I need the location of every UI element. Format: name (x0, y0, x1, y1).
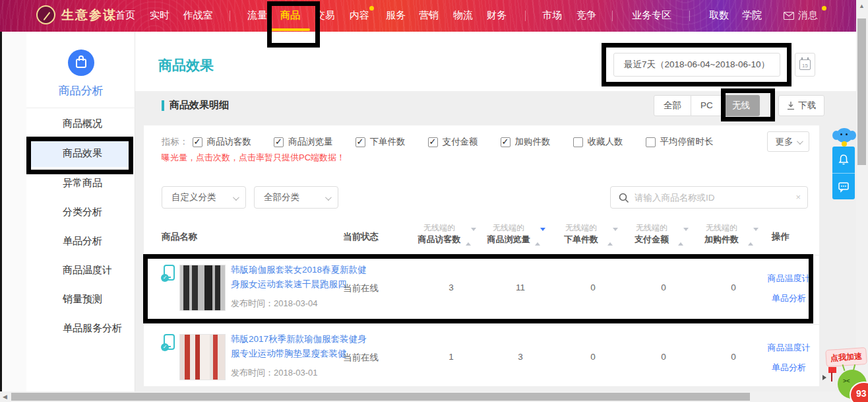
column-label: 商品浏览量 (477, 234, 540, 246)
sort-arrows-icon[interactable] (748, 231, 759, 243)
cart-value: 0 (702, 283, 765, 292)
column-label: 商品访客数 (408, 234, 471, 246)
checkbox-checked-icon[interactable] (193, 137, 202, 147)
cart-value: 0 (702, 352, 765, 362)
messages-label: 消息 (798, 9, 818, 22)
nav-item-content[interactable]: 内容 (350, 9, 369, 22)
tab-pc[interactable]: PC (691, 95, 723, 116)
sidebar-item-product-thermometer[interactable]: 商品温度计 (26, 256, 133, 284)
sidebar-item-product-overview[interactable]: 商品概况 (26, 110, 133, 137)
publish-date: 发布时间：2018-03-01 (231, 367, 318, 379)
column-prefix: 无线端的 (408, 222, 471, 234)
collapse-arrow-icon[interactable] (822, 375, 826, 380)
date-range-selector[interactable]: 最近7天（2018-06-04~2018-06-10） (613, 53, 780, 77)
indicator-option-visitors[interactable]: 商品访客数 (193, 136, 252, 148)
sidebar-group-title: 商品分析 (26, 83, 135, 98)
action-thermometer-link[interactable]: 商品温度计 (757, 342, 821, 354)
nav-item-marketing[interactable]: 营销 (419, 9, 439, 22)
publish-date: 发布时间：2018-03-04 (231, 298, 318, 310)
more-button[interactable]: 更多 (767, 131, 809, 152)
brand[interactable]: 生意参谋 (36, 5, 117, 24)
nav-item-academy[interactable]: 学院 (742, 9, 762, 22)
horizontal-scrollbar[interactable]: ◀ (0, 391, 856, 402)
sort-arrows-icon[interactable] (466, 231, 476, 243)
column-prefix: 无线端的 (477, 222, 540, 234)
all-category-select[interactable]: 全部分类 (254, 186, 338, 209)
views-value: 11 (489, 283, 552, 292)
checkbox-checked-icon[interactable] (428, 137, 438, 147)
payment-value: 0 (632, 283, 695, 292)
horizontal-scroll-thumb[interactable] (11, 393, 750, 401)
checkbox-checked-icon[interactable] (274, 137, 284, 147)
search-icon (619, 193, 629, 203)
search-input[interactable] (635, 187, 786, 207)
checkbox-unchecked-icon[interactable] (573, 137, 583, 147)
sidebar-item-single-product-analysis[interactable]: 单品分析 (26, 227, 133, 255)
sidebar-item-category-analysis[interactable]: 分类分析 (26, 198, 133, 226)
sidebar-item-product-effect[interactable]: 商品效果 (26, 139, 133, 167)
sort-arrows-icon[interactable] (678, 231, 689, 243)
sidebar-item-sales-forecast[interactable]: 销量预测 (26, 285, 133, 313)
download-button[interactable]: 下载 (778, 95, 824, 116)
column-header-cart[interactable]: 无线端的 加购件数 (690, 222, 753, 246)
product-image[interactable] (179, 334, 226, 380)
indicator-option-favorites[interactable]: 收藏人数 (573, 136, 623, 148)
clear-search-icon[interactable]: × (795, 192, 801, 202)
nav-item-messages[interactable]: 消息 (784, 9, 818, 22)
action-analysis-link[interactable]: 单品分析 (757, 362, 821, 374)
nav-item-trade[interactable]: 交易 (315, 9, 335, 22)
nav-item-realtime[interactable]: 实时 (150, 9, 170, 22)
nav-item-finance[interactable]: 财务 (487, 9, 507, 22)
scroll-up-arrow-icon[interactable]: ▲ (859, 3, 865, 9)
messages-notification-dot (822, 6, 826, 11)
nav-item-product[interactable]: 商品 (280, 9, 300, 22)
indicator-option-label: 平均停留时长 (660, 136, 714, 148)
product-image[interactable] (179, 265, 226, 311)
nav-item-home[interactable]: 首页 (115, 9, 135, 22)
calendar-button[interactable]: 15 (795, 53, 815, 77)
indicator-option-views[interactable]: 商品浏览量 (274, 136, 333, 148)
tab-all[interactable]: 全部 (654, 95, 691, 116)
nav-item-market[interactable]: 市场 (542, 9, 562, 22)
column-header-views[interactable]: 无线端的 商品浏览量 (477, 222, 540, 246)
column-header-orders[interactable]: 无线端的 下单件数 (549, 222, 613, 246)
checkbox-checked-icon[interactable] (501, 137, 511, 147)
action-analysis-link[interactable]: 单品分析 (757, 292, 821, 304)
indicator-option-label: 商品浏览量 (288, 136, 333, 148)
indicator-option-label: 收藏人数 (588, 136, 623, 148)
nav-item-logistics[interactable]: 物流 (453, 9, 473, 22)
nav-divider (525, 11, 526, 21)
sort-arrows-icon[interactable] (607, 231, 618, 243)
indicator-option-stay-time[interactable]: 平均停留时长 (646, 136, 714, 148)
nav-item-traffic[interactable]: 流量 (247, 9, 267, 22)
indicator-option-orders[interactable]: 下单件数 (356, 136, 406, 148)
vertical-scroll-thumb[interactable] (857, 18, 866, 165)
brand-name: 生意参谋 (61, 7, 117, 24)
column-header-payment[interactable]: 无线端的 支付金额 (620, 222, 683, 246)
action-thermometer-link[interactable]: 商品温度计 (757, 273, 821, 285)
sidebar-item-single-product-service[interactable]: 单品服务分析 (26, 314, 133, 342)
bell-icon (838, 154, 850, 166)
tab-wireless[interactable]: 无线 (723, 95, 760, 116)
nav-item-service[interactable]: 服务 (386, 9, 406, 22)
indicator-option-cart[interactable]: 加购件数 (501, 136, 551, 148)
indicator-option-payment[interactable]: 支付金额 (428, 136, 478, 148)
sort-arrows-icon-active-desc[interactable] (535, 231, 545, 243)
nav-item-competition[interactable]: 竞争 (576, 9, 596, 22)
indicator-option-label: 下单件数 (370, 136, 406, 148)
column-header-visitors[interactable]: 无线端的 商品访客数 (408, 222, 471, 246)
feedback-chat-button[interactable] (832, 173, 855, 199)
checkbox-unchecked-icon[interactable] (646, 137, 656, 147)
content-notification-dot (369, 6, 374, 11)
nav-item-warroom[interactable]: 作战室 (183, 9, 213, 22)
notification-bell-button[interactable] (832, 147, 855, 173)
checkbox-checked-icon[interactable] (356, 137, 365, 147)
vertical-scrollbar[interactable]: ▲ (856, 0, 868, 402)
scroll-left-arrow-icon[interactable]: ◀ (3, 393, 7, 400)
custom-category-select[interactable]: 自定义分类 (162, 186, 246, 209)
chat-bubble-icon (838, 181, 850, 193)
nav-item-data-fetch[interactable]: 取数 (709, 9, 729, 22)
sidebar-item-abnormal-products[interactable]: 异常商品 (26, 169, 133, 197)
indicator-row: 指标： 商品访客数 商品浏览量 下单件数 支付金额 加购件数 (162, 136, 808, 148)
nav-item-business-zone[interactable]: 业务专区 (632, 9, 671, 22)
